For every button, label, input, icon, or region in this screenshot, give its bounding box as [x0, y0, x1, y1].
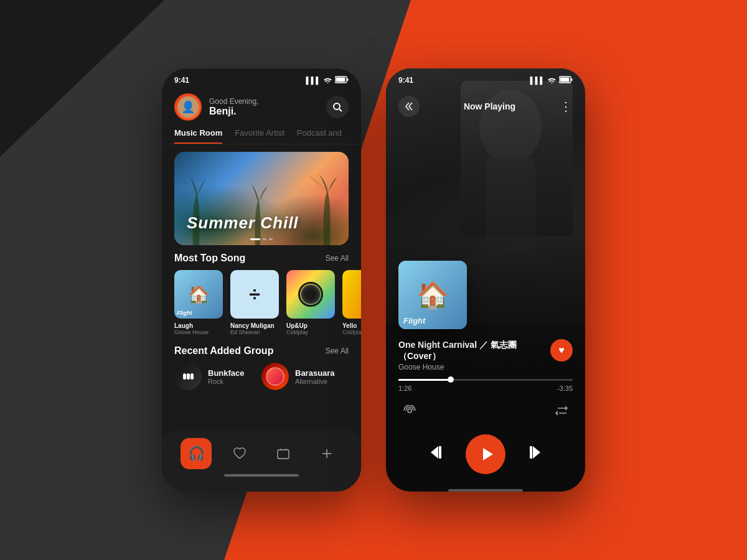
album-label: Flight: [403, 316, 425, 325]
time-row: 1:26 -3:35: [398, 385, 573, 392]
status-icons-1: ▌▌▌: [306, 76, 349, 85]
battery-icon: [335, 76, 349, 85]
bunkface-avatar: [174, 363, 202, 390]
group-row: Bunkface Rock Barasuara Alternative: [162, 363, 361, 390]
nav-library[interactable]: [268, 438, 299, 469]
song-info-row: One Night Carnival ／ 氣志團（Cover） Goose Ho…: [386, 339, 585, 379]
barasuara-genre: Alternative: [295, 378, 335, 385]
time-1: 9:41: [174, 76, 189, 85]
remaining-time: -3:35: [557, 385, 573, 392]
most-top-song-title: Most Top Song: [174, 253, 245, 264]
user-name: Benji.: [209, 106, 258, 117]
bottom-nav: 🎧: [162, 431, 361, 492]
barasuara-avatar: [261, 363, 289, 390]
svg-line-4: [339, 109, 342, 111]
avatar-face: 👤: [177, 96, 199, 118]
svg-marker-17: [483, 448, 493, 460]
avatar[interactable]: 👤: [174, 93, 202, 121]
album-cover-bg: 🏠 Flight: [398, 261, 467, 329]
progress-fill: [398, 379, 451, 381]
search-button[interactable]: [326, 96, 349, 118]
phone-now-playing: ♪ ♫ 9:41 ▌▌▌: [386, 68, 585, 492]
tab-podcast[interactable]: Podcast and: [297, 128, 342, 144]
progress-bar[interactable]: [398, 379, 573, 381]
now-playing-header: Now Playing ⋮: [386, 88, 585, 122]
songs-scroll: 🏠 Flight Laugh Goose House ÷ Nancy Mulig…: [162, 270, 361, 335]
nav-favorites[interactable]: [224, 438, 255, 469]
song-name-laugh: Laugh: [174, 322, 223, 329]
progress-section: 1:26 -3:35: [386, 379, 585, 397]
bunkface-genre: Rock: [208, 378, 245, 385]
recent-added-header: Recent Added Group See All: [162, 345, 361, 357]
phone1-header: 👤 Good Evening, Benji.: [162, 88, 361, 128]
upup-circle: [298, 282, 323, 307]
wifi-icon: [323, 77, 332, 85]
song-artist-laugh: Goose House: [174, 329, 223, 335]
status-icons-2: ▌▌▌: [530, 76, 573, 85]
song-card-yellow[interactable]: Yello Coldpla: [342, 270, 361, 335]
song-cover-upup: [286, 270, 335, 319]
cover-upup-bg: [286, 270, 335, 319]
song-card-nancy[interactable]: ÷ Nancy Muligan Ed Sheeran: [230, 270, 279, 335]
album-art: 🏠 Flight: [398, 261, 467, 329]
recent-see-all[interactable]: See All: [326, 347, 349, 355]
group-barasuara[interactable]: Barasuara Alternative: [261, 363, 349, 390]
tab-bar: Music Room Favorite Artist Podcast and: [162, 128, 361, 144]
album-spacer: [386, 122, 585, 261]
home-indicator: [224, 474, 299, 477]
bunkface-art: [174, 363, 202, 390]
dot-2: [263, 238, 266, 240]
group-bunkface[interactable]: Bunkface Rock: [174, 363, 261, 390]
song-name-yellow: Yello: [342, 322, 361, 329]
banner[interactable]: Summer Chill: [174, 152, 349, 245]
wifi-icon-2: [547, 77, 557, 85]
divide-symbol: ÷: [249, 283, 260, 306]
song-card-laugh[interactable]: 🏠 Flight Laugh Goose House: [174, 270, 223, 335]
album-art-wrapper: 🏠 Flight: [386, 261, 585, 339]
song-title: One Night Carnival ／ 氣志團（Cover）: [398, 339, 542, 362]
song-cover-flight: 🏠 Flight: [174, 270, 223, 319]
dot-3: [269, 238, 273, 240]
most-top-see-all[interactable]: See All: [326, 254, 349, 263]
like-button[interactable]: ♥: [550, 339, 573, 362]
song-name-upup: Up&Up: [286, 322, 335, 329]
album-house-icon: 🏠: [416, 279, 449, 310]
signal-icon-2: ▌▌▌: [530, 77, 545, 84]
tab-music-room[interactable]: Music Room: [174, 128, 222, 144]
more-button[interactable]: ⋮: [560, 99, 573, 114]
radio-button[interactable]: [398, 399, 421, 422]
song-artist-yellow: Coldpla: [342, 329, 361, 335]
recent-added-title: Recent Added Group: [174, 345, 273, 357]
svg-rect-12: [560, 78, 570, 82]
repeat-button[interactable]: [550, 399, 573, 422]
extra-controls: [386, 397, 585, 432]
playback-controls: [386, 432, 585, 484]
back-button[interactable]: [398, 96, 420, 117]
flight-label: Flight: [177, 310, 192, 316]
prev-button[interactable]: [430, 445, 447, 464]
next-button[interactable]: [524, 445, 542, 464]
svg-marker-15: [431, 446, 438, 459]
nav-add[interactable]: [311, 438, 342, 469]
tab-favorite-artist[interactable]: Favorite Artist: [235, 128, 284, 144]
greeting-block: Good Evening, Benji.: [209, 97, 258, 117]
song-artist: Goose House: [398, 363, 542, 371]
svg-rect-13: [571, 78, 573, 81]
song-card-upup[interactable]: Up&Up Coldplay: [286, 270, 335, 335]
cover-flight-bg: 🏠 Flight: [174, 270, 223, 319]
barasuara-info: Barasuara Alternative: [295, 368, 335, 385]
battery-icon-2: [559, 76, 573, 85]
phone-music-room: 9:41 ▌▌▌: [162, 68, 361, 492]
bara-art: [261, 363, 289, 390]
figure-2: [187, 373, 190, 380]
phones-container: 9:41 ▌▌▌: [162, 68, 585, 492]
svg-point-14: [408, 409, 411, 413]
signal-icon: ▌▌▌: [306, 77, 321, 84]
banner-text: Summer Chill: [187, 213, 299, 233]
nav-home[interactable]: 🎧: [181, 438, 212, 469]
bara-inner: [266, 367, 284, 386]
figure-1: [183, 373, 186, 380]
time-2: 9:41: [398, 76, 413, 85]
svg-rect-16: [439, 446, 441, 459]
play-button[interactable]: [466, 434, 505, 474]
